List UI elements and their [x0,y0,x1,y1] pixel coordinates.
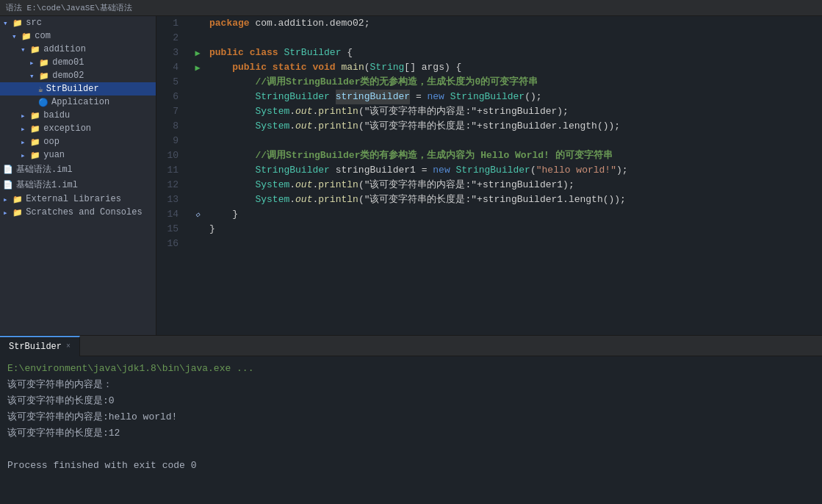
sidebar-item-demo02[interactable]: ▾ 📁demo02 [0,69,156,82]
gutter-icon-12 [189,178,206,192]
gutter-icon-14[interactable]: ◇ [189,207,206,222]
sidebar-item-label: Scratches and Consoles [26,207,142,217]
token: out [295,192,312,207]
token: . [289,104,295,119]
sidebar-item-label: baidu [43,110,70,120]
code-line-10: //调用StringBuilder类的有参构造，生成内容为 Hello Worl… [206,148,822,163]
token: . [312,178,318,192]
token: static [273,60,307,75]
token: public [209,46,244,60]
token: (" [358,192,370,207]
token [330,90,336,104]
file-icon: 📄 [3,165,13,174]
sidebar-item-label: oop [43,137,60,147]
sidebar-item-demo01[interactable]: ▸ 📁demo01 [0,56,156,69]
sidebar-item-strbuilder[interactable]: ☕StrBuilder [0,82,156,96]
bottom-panel: StrBuilder × E:\environment\java\jdk1.8\… [0,335,822,504]
sidebar-item-label: demo01 [52,57,84,68]
folder-icon: ▸ 📁 [21,124,40,134]
token: StringBuilder [255,90,329,104]
token: String [370,60,405,75]
token [336,60,342,75]
folder-icon: ▸ 📁 [21,151,40,160]
token: (" [358,178,370,192]
code-lines[interactable]: package com.addition.demo02; public clas… [206,16,822,335]
token [209,163,255,178]
console-cmd-line: E:\environment\java\jdk1.8\bin\java.exe … [7,361,815,377]
sidebar-item-com[interactable]: ▾ 📁com [0,29,156,43]
console-output-line-0: 该可变字符串的内容是： [7,377,815,393]
token [209,178,255,192]
console-output-line-4 [7,442,815,458]
token: public [232,60,267,75]
line-number-13: 13 [156,192,183,207]
token: void [312,60,335,75]
sidebar-item-oop[interactable]: ▸ 📁oop [0,135,156,148]
gutter-icon-13 [189,192,206,207]
gutter-icon-7 [189,104,206,119]
token: (" [358,104,370,119]
sidebar-item-label: yuan [43,150,65,160]
console-output-line-3: 该可变字符串的长度是:12 [7,425,815,442]
token [450,163,456,178]
line-number-11: 11 [156,163,183,178]
sidebar-item-application[interactable]: 🔵Application [0,96,156,109]
tab-strbuilder[interactable]: StrBuilder × [0,336,80,356]
code-container: 12345678910111213141516 ▶▶◇ package com.… [156,16,822,335]
folder-icon: ▸ 📁 [21,137,40,147]
token: } [209,222,215,237]
sidebar: ▾ 📁src▾ 📁com▾ 📁addition▸ 📁demo01▾ 📁demo0… [0,16,156,335]
token: new [427,90,444,104]
token: . [312,119,318,134]
code-line-14: } [206,207,822,222]
token [209,75,255,90]
line-number-8: 8 [156,119,183,134]
sidebar-item-baidu[interactable]: ▸ 📁baidu [0,109,156,122]
token: out [295,178,312,192]
run-icon: ▶ [195,62,200,73]
token: = [410,90,427,104]
sidebar-item-jichu1_iml[interactable]: 📄基础语法1.iml [0,177,156,192]
sidebar-item-label: StrBuilder [46,84,99,94]
close-tab-button[interactable]: × [66,342,71,350]
java-icon: ☕ [38,84,43,94]
line-number-7: 7 [156,104,183,119]
gutter-icon-3[interactable]: ▶ [189,46,206,60]
gutter-icon-5 [189,75,206,90]
token [278,46,284,60]
token: println [318,178,358,192]
gutter-icon-1 [189,16,206,31]
folder-icon: ▸ 📁 [29,58,49,68]
token: [] args) { [404,60,461,75]
code-line-2 [206,31,822,46]
console-output-line-5: Process finished with exit code 0 [7,458,815,474]
token: 该可变字符串的长度是:"+stringBuilder1.length()); [369,192,625,207]
breakpoint-icon: ◇ [195,210,200,219]
code-line-5: //调用StringBuilder类的无参构造，生成长度为0的可变字符串 [206,75,822,90]
token: . [312,192,318,207]
console-text: Process finished with exit code 0 [7,458,196,474]
token: ( [530,163,536,178]
gutter: ▶▶◇ [189,16,206,335]
sidebar-item-jichu_iml[interactable]: 📄基础语法.iml [0,162,156,177]
gutter-icon-16 [189,237,206,251]
path-label: 语法 E:\code\JavaSE\基础语法 [6,2,132,13]
token: println [318,119,358,134]
sidebar-item-addition[interactable]: ▾ 📁addition [0,43,156,56]
code-line-13: System.out.println("该可变字符串的长度是:"+stringB… [206,192,822,207]
gutter-icon-4[interactable]: ▶ [189,60,206,75]
code-line-4: public static void main(String[] args) { [206,60,822,75]
folder-icon: ▾ 📁 [12,32,32,41]
sidebar-item-exception[interactable]: ▸ 📁exception [0,122,156,135]
token [209,60,232,75]
sidebar-item-yuan[interactable]: ▸ 📁yuan [0,148,156,162]
line-numbers: 12345678910111213141516 [156,16,189,335]
tab-label: StrBuilder [9,342,62,352]
sidebar-item-ext_libs[interactable]: ▸ 📁External Libraries [0,192,156,206]
sidebar-item-src[interactable]: ▾ 📁src [0,16,156,29]
token: ); [616,163,628,178]
line-number-16: 16 [156,237,183,251]
line-number-3: 3 [156,46,183,60]
token: System [255,178,289,192]
sidebar-item-scratches[interactable]: ▸ 📁Scratches and Consoles [0,206,156,219]
